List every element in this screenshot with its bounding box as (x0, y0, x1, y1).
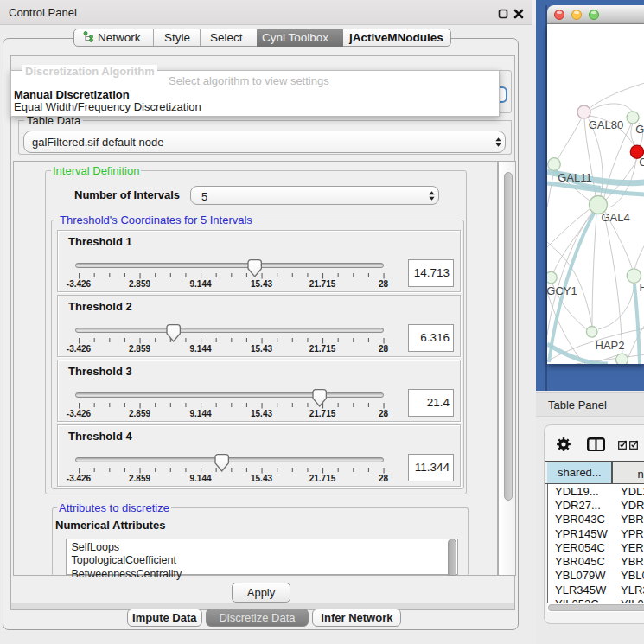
svg-text:GCY1: GCY1 (547, 284, 577, 297)
svg-text:GAL11: GAL11 (558, 171, 592, 184)
svg-text:HAP2: HAP2 (595, 339, 624, 352)
svg-text:GAL4: GAL4 (601, 211, 629, 224)
svg-text:GAL80: GAL80 (588, 118, 622, 131)
svg-text:GAL: GAL (635, 123, 644, 136)
svg-text:HIS: HIS (639, 281, 644, 294)
svg-text:CD: CD (639, 156, 644, 169)
